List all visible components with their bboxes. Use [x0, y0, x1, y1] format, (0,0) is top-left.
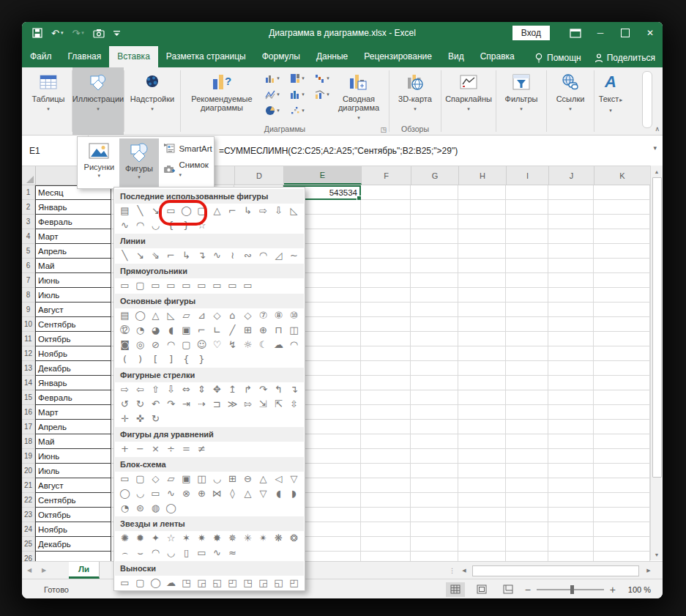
grid-cell[interactable]: [506, 390, 548, 405]
signin-button[interactable]: Вход: [512, 26, 550, 40]
grid-cell[interactable]: [411, 449, 458, 464]
grid-cell[interactable]: [506, 522, 548, 537]
month-cell[interactable]: Ноябрь: [35, 346, 111, 361]
grid-cell[interactable]: [594, 434, 650, 449]
shape-icon[interactable]: ↘: [133, 248, 148, 263]
row-header[interactable]: 13: [22, 361, 35, 376]
row-header[interactable]: 21: [22, 478, 35, 493]
row-header[interactable]: 9: [22, 303, 35, 317]
month-cell[interactable]: Март: [35, 405, 111, 420]
shape-icon[interactable]: ⇩: [271, 204, 286, 218]
shape-icon[interactable]: ◕: [148, 323, 163, 338]
grid-cell[interactable]: [594, 390, 650, 405]
shape-icon[interactable]: ◎: [133, 338, 148, 352]
shape-icon[interactable]: ▯: [179, 546, 194, 560]
month-cell[interactable]: Ноябрь: [35, 522, 111, 537]
shape-icon[interactable]: ▭: [209, 278, 225, 293]
shape-icon[interactable]: ⇩: [163, 382, 179, 397]
tab-help[interactable]: Справка: [472, 46, 523, 67]
shape-icon[interactable]: ⑧: [271, 308, 286, 323]
shape-icon[interactable]: ∾: [240, 248, 256, 263]
grid-cell[interactable]: [594, 361, 650, 376]
shape-icon[interactable]: ☾: [256, 338, 271, 352]
horizontal-scroll-thumb[interactable]: [472, 565, 639, 576]
grid-cell[interactable]: [458, 508, 506, 522]
row-header[interactable]: 11: [22, 332, 35, 346]
grid-cell[interactable]: [594, 273, 650, 288]
grid-cell[interactable]: [411, 478, 458, 493]
shape-icon[interactable]: ↷: [163, 397, 179, 412]
shape-icon[interactable]: ◠: [286, 338, 302, 352]
shape-icon[interactable]: ✳: [240, 531, 256, 546]
grid-cell[interactable]: [548, 478, 594, 493]
month-cell[interactable]: Июль: [35, 464, 111, 478]
grid-cell[interactable]: [548, 303, 594, 317]
shape-icon[interactable]: ◲: [256, 576, 271, 590]
page-layout-view-button[interactable]: [472, 582, 491, 597]
column-header-F[interactable]: F: [362, 166, 411, 185]
shape-icon[interactable]: ÷: [163, 442, 179, 456]
grid-cell[interactable]: [548, 200, 594, 215]
grid-cell[interactable]: [506, 508, 548, 522]
row-header[interactable]: 17: [22, 420, 35, 434]
shape-icon[interactable]: ∟: [209, 323, 225, 338]
shape-icon[interactable]: ⋈: [209, 486, 225, 501]
grid-cell[interactable]: [594, 244, 650, 259]
grid-cell[interactable]: [458, 288, 506, 303]
shape-icon[interactable]: ◇: [209, 308, 225, 323]
shape-icon[interactable]: ⊜: [133, 501, 148, 516]
shape-icon[interactable]: ◰: [286, 576, 302, 590]
hscroll-left-icon[interactable]: ◀: [459, 565, 469, 576]
grid-cell[interactable]: [411, 332, 458, 346]
shape-icon[interactable]: ↴: [194, 248, 209, 263]
normal-view-button[interactable]: [446, 582, 465, 597]
grid-cell[interactable]: [361, 464, 411, 478]
save-icon[interactable]: [32, 28, 42, 38]
shape-icon[interactable]: ◊: [225, 486, 240, 501]
shape-icon[interactable]: ⇢: [194, 397, 209, 412]
shape-icon[interactable]: ⌐: [163, 248, 179, 263]
hscroll-right-icon[interactable]: ▶: [644, 565, 654, 576]
sparklines-button[interactable]: Спарклайны ▾: [445, 67, 492, 114]
grid-cell[interactable]: [548, 508, 594, 522]
shape-icon[interactable]: ≫: [225, 397, 240, 412]
pie-chart-button[interactable]: ▾: [260, 103, 285, 119]
shape-icon[interactable]: ⊓: [271, 323, 286, 338]
shape-icon[interactable]: ◁: [271, 472, 286, 486]
row-header[interactable]: 20: [22, 464, 35, 478]
shape-icon[interactable]: ▭: [225, 278, 240, 293]
column-header-G[interactable]: G: [411, 166, 459, 185]
row-header[interactable]: 2: [22, 200, 35, 215]
column-header-H[interactable]: H: [459, 166, 507, 185]
shape-icon[interactable]: ↰: [271, 382, 286, 397]
grid-cell[interactable]: [506, 273, 548, 288]
shape-icon[interactable]: ∿: [163, 486, 179, 501]
month-cell[interactable]: Июнь: [35, 273, 111, 288]
month-cell[interactable]: Июль: [35, 288, 111, 303]
shape-icon[interactable]: △: [256, 472, 271, 486]
shape-icon[interactable]: ⇘: [148, 248, 163, 263]
recommended-charts-button[interactable]: ? Рекомендуемые диаграммы: [187, 67, 257, 112]
grid-cell[interactable]: [361, 346, 411, 361]
shape-icon[interactable]: ◱: [209, 576, 225, 590]
grid-cell[interactable]: [361, 200, 411, 215]
grid-cell[interactable]: [458, 317, 506, 332]
shape-icon[interactable]: △: [240, 486, 256, 501]
shape-icon[interactable]: ⊖: [240, 472, 256, 486]
grid-cell[interactable]: [506, 346, 548, 361]
grid-cell[interactable]: [506, 200, 548, 215]
combo-chart-button[interactable]: ▾: [310, 86, 335, 103]
sheet-tab[interactable]: Ли: [69, 562, 100, 579]
grid-cell[interactable]: [361, 522, 411, 537]
grid-cell[interactable]: [594, 478, 650, 493]
tables-button[interactable]: Таблицы ▾: [32, 67, 65, 114]
month-cell[interactable]: Май: [35, 259, 111, 273]
sheet-nav-right-icon[interactable]: ▶: [37, 562, 51, 579]
grid-cell[interactable]: [361, 434, 411, 449]
grid-cell[interactable]: [411, 361, 458, 376]
row-header[interactable]: 19: [22, 449, 35, 464]
shape-icon[interactable]: ▭: [179, 278, 194, 293]
shape-icon[interactable]: ⇱: [271, 397, 286, 412]
grid-cell[interactable]: [548, 420, 594, 434]
shape-icon[interactable]: ∿: [209, 546, 225, 560]
